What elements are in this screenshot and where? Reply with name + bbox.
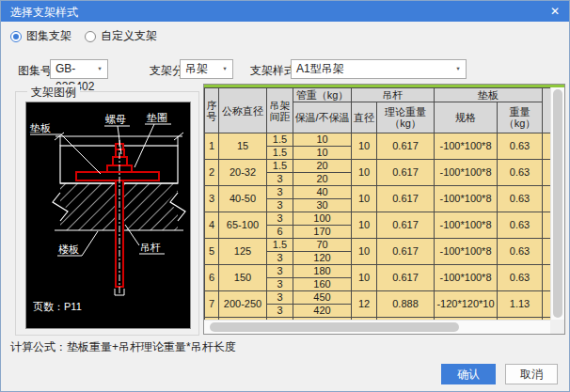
cell-plate-spec[interactable]: -100*100*8 [435, 239, 498, 265]
cell-spacing-1[interactable]: 1.5 [267, 160, 293, 173]
cell-plate-spec[interactable]: -100*100*8 [435, 160, 498, 186]
cell-spacing-2[interactable]: 3 [267, 252, 293, 265]
cell-plate-weight[interactable]: 1.13 [498, 291, 543, 318]
cancel-button[interactable]: 取消 [505, 364, 558, 384]
cell-spacing-2[interactable]: 3 [267, 199, 293, 212]
cell-rod-weight[interactable]: 0.617 [377, 133, 435, 160]
table-row[interactable]: 340-50340100.617-100*100*80.63 [205, 186, 551, 199]
horizontal-scrollbar[interactable] [204, 320, 550, 334]
support-category-select[interactable]: 吊架 ▼ [180, 59, 233, 79]
col-header-diameter: 公称直径 [219, 88, 267, 133]
cell-plate-weight[interactable]: 0.63 [498, 239, 543, 265]
cell-no[interactable]: 2 [205, 160, 219, 186]
cell-pipe-weight-2[interactable]: 170 [293, 226, 352, 239]
radio-atlas-support[interactable]: 图集支架 [10, 28, 71, 44]
cell-rod-diameter[interactable]: 10 [352, 160, 377, 186]
cell-plate-weight[interactable]: 0.63 [498, 160, 543, 186]
support-style-select[interactable]: A1型吊架 ▼ [291, 59, 467, 79]
cell-spacing-2[interactable]: 1.5 [267, 147, 293, 160]
cell-clipped[interactable] [543, 186, 551, 212]
cell-rod-diameter[interactable]: 10 [352, 212, 377, 239]
close-icon[interactable]: ✕ [547, 4, 562, 19]
cell-rod-weight[interactable]: 0.617 [377, 186, 435, 212]
cell-rod-weight[interactable]: 0.617 [377, 239, 435, 265]
vertical-scrollbar-thumb[interactable] [553, 89, 562, 318]
cell-no[interactable]: 6 [205, 265, 219, 291]
cell-pipe-weight-2[interactable]: 120 [293, 252, 352, 265]
cell-no[interactable]: 7 [205, 291, 219, 318]
cell-no[interactable]: 4 [205, 212, 219, 239]
cell-diameter[interactable]: 65-100 [219, 212, 267, 239]
cell-clipped[interactable] [543, 160, 551, 186]
cell-spacing-1[interactable]: 1.5 [267, 133, 293, 147]
vertical-scrollbar[interactable] [550, 87, 564, 320]
cell-pipe-weight-2[interactable]: 10 [293, 147, 352, 160]
cell-rod-weight[interactable]: 0.617 [377, 265, 435, 291]
cell-diameter[interactable]: 20-32 [219, 160, 267, 186]
cell-diameter[interactable]: 150 [219, 265, 267, 291]
table-row[interactable]: 220-321.520100.617-100*100*80.63 [205, 160, 551, 173]
table-row[interactable]: 465-1003100100.617-100*100*80.63 [205, 212, 551, 226]
cell-spacing-1[interactable]: 3 [267, 186, 293, 199]
cell-rod-weight[interactable]: 0.888 [377, 291, 435, 318]
cell-plate-weight[interactable]: 0.63 [498, 212, 543, 239]
cell-pipe-weight-2[interactable]: 30 [293, 199, 352, 212]
cell-clipped[interactable] [543, 239, 551, 265]
cell-rod-diameter[interactable]: 10 [352, 133, 377, 160]
horizontal-scrollbar-thumb[interactable] [210, 322, 459, 332]
cell-diameter[interactable]: 40-50 [219, 186, 267, 212]
cell-rod-weight[interactable]: 0.617 [377, 160, 435, 186]
cell-spacing-1[interactable]: 1.5 [267, 239, 293, 252]
support-spec-table: 序 号 公称直径 吊架 间距 管重（kg） 吊杆 垫板 保温/不保温 直径 理论… [204, 87, 550, 320]
cell-plate-weight[interactable]: 0.63 [498, 133, 543, 160]
cell-spacing-2[interactable]: 3 [267, 278, 293, 291]
cell-spacing-2[interactable]: 3 [267, 305, 293, 318]
table-row[interactable]: 51251.570100.617-100*100*80.63 [205, 239, 551, 252]
cell-pipe-weight-1[interactable]: 70 [293, 239, 352, 252]
cell-plate-spec[interactable]: -100*100*8 [435, 212, 498, 239]
cell-pipe-weight-1[interactable]: 20 [293, 160, 352, 173]
cell-pipe-weight-2[interactable]: 420 [293, 305, 352, 318]
cell-plate-spec[interactable]: -120*120*10 [435, 291, 498, 318]
cell-clipped[interactable] [543, 133, 551, 160]
radio-button-icon[interactable] [10, 31, 22, 42]
cell-pipe-weight-1[interactable]: 450 [293, 291, 352, 305]
atlas-number-select[interactable]: GB-03S402 ▼ [50, 59, 108, 79]
table-row[interactable]: 61503180100.617-100*100*80.63 [205, 265, 551, 278]
cell-rod-diameter[interactable]: 12 [352, 291, 377, 318]
cell-no[interactable]: 3 [205, 186, 219, 212]
cell-no[interactable]: 1 [205, 133, 219, 160]
cell-pipe-weight-2[interactable]: 20 [293, 173, 352, 186]
cell-plate-spec[interactable]: -100*100*8 [435, 133, 498, 160]
cell-no[interactable]: 5 [205, 239, 219, 265]
cell-diameter[interactable]: 15 [219, 133, 267, 160]
cell-pipe-weight-1[interactable]: 180 [293, 265, 352, 278]
cell-diameter[interactable]: 200-250 [219, 291, 267, 318]
cell-rod-diameter[interactable]: 10 [352, 239, 377, 265]
cell-clipped[interactable] [543, 291, 551, 318]
radio-custom-support[interactable]: 自定义支架 [85, 28, 157, 44]
table-row[interactable]: 7200-2503450120.888-120*120*101.13 [205, 291, 551, 305]
confirm-button[interactable]: 确认 [441, 364, 496, 384]
table-row[interactable]: 1151.510100.617-100*100*80.63 [205, 133, 551, 147]
cell-plate-spec[interactable]: -100*100*8 [435, 186, 498, 212]
cell-spacing-1[interactable]: 3 [267, 265, 293, 278]
cell-clipped[interactable] [543, 212, 551, 239]
cell-plate-weight[interactable]: 0.63 [498, 265, 543, 291]
cell-rod-weight[interactable]: 0.617 [377, 212, 435, 239]
cell-pipe-weight-1[interactable]: 10 [293, 133, 352, 147]
cell-plate-weight[interactable]: 0.63 [498, 186, 543, 212]
cell-clipped[interactable] [543, 265, 551, 291]
cell-diameter[interactable]: 125 [219, 239, 267, 265]
cell-pipe-weight-1[interactable]: 100 [293, 212, 352, 226]
cell-spacing-1[interactable]: 3 [267, 212, 293, 226]
radio-button-icon[interactable] [85, 31, 96, 42]
cell-pipe-weight-1[interactable]: 40 [293, 186, 352, 199]
cell-rod-diameter[interactable]: 10 [352, 186, 377, 212]
cell-rod-diameter[interactable]: 10 [352, 265, 377, 291]
cell-spacing-2[interactable]: 6 [267, 226, 293, 239]
cell-spacing-1[interactable]: 3 [267, 291, 293, 305]
cell-plate-spec[interactable]: -100*100*8 [435, 265, 498, 291]
cell-spacing-2[interactable]: 3 [267, 173, 293, 186]
cell-pipe-weight-2[interactable]: 160 [293, 278, 352, 291]
